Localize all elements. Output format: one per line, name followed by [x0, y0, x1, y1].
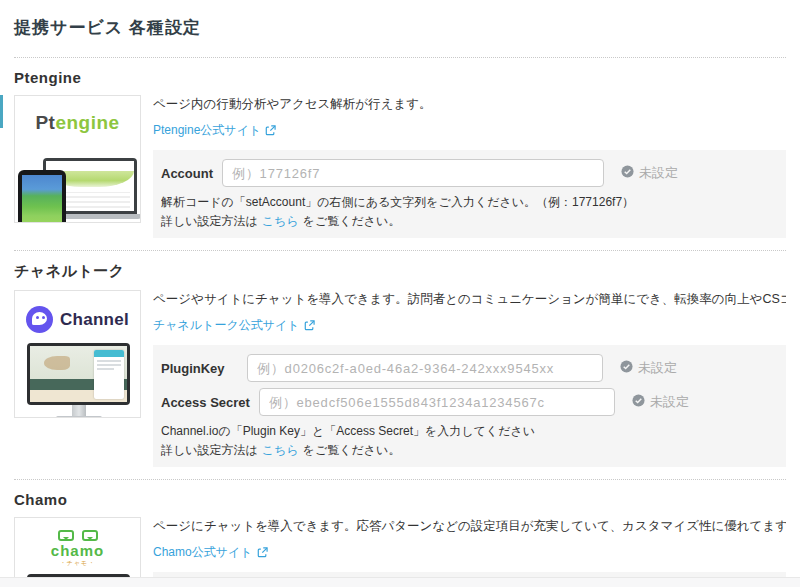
- footer-strip: [0, 577, 800, 587]
- pluginkey-input[interactable]: [247, 354, 603, 382]
- field-row-access-secret: Access Secret 未設定: [161, 388, 778, 416]
- chat-widget-graphic: [94, 350, 124, 399]
- external-link-icon: [265, 125, 276, 136]
- chamo-logo-bubbles-icon: [15, 530, 140, 541]
- section-heading-channel: チャネルトーク: [14, 262, 786, 281]
- official-site-link[interactable]: Ptengine公式サイト: [153, 122, 276, 139]
- guide-suffix: をご覧ください。: [303, 443, 401, 457]
- channel-logo-icon: [26, 306, 53, 333]
- chamo-logo: chamo ・チャモ・: [15, 530, 140, 566]
- official-site-link-label: Chamo公式サイト: [153, 544, 253, 561]
- official-site-link-label: Ptengine公式サイト: [153, 122, 261, 139]
- section-heading-ptengine: Ptengine: [14, 69, 786, 86]
- field-row-pluginkey: PluginKey 未設定: [161, 354, 778, 382]
- settings-panel: Account 未設定 解析コードの「setAccount」の右側にある文字列を…: [153, 150, 786, 238]
- ptengine-logo-dark: Pt: [35, 112, 55, 133]
- ptengine-logo-green: engine: [55, 112, 119, 133]
- access-secret-label: Access Secret: [161, 395, 250, 410]
- monitor-mockup: [27, 343, 130, 418]
- section-ptengine: Ptengine Ptengine ページ内の行動分析やアクセス解析が行えます。: [14, 58, 786, 250]
- monitor-screen: [30, 346, 127, 402]
- status-badge: 未設定: [632, 393, 689, 411]
- status-badge: 未設定: [620, 359, 677, 377]
- page-title: 提携サービス 各種設定: [14, 0, 786, 58]
- guide-link[interactable]: こちら: [262, 443, 299, 457]
- status-label: 未設定: [638, 359, 677, 377]
- section-heading-chamo: Chamo: [14, 491, 786, 508]
- guide-prefix: 詳しい設定方法は: [161, 443, 258, 457]
- access-secret-input[interactable]: [259, 388, 615, 416]
- account-label: Account: [161, 166, 213, 181]
- external-link-icon: [257, 547, 268, 558]
- service-description: ページ内の行動分析やアクセス解析が行えます。: [153, 96, 786, 113]
- channel-thumbnail: Channel: [14, 290, 141, 418]
- status-label: 未設定: [650, 393, 689, 411]
- chamo-logo-sub: ・チャモ・: [15, 560, 140, 566]
- status-badge: 未設定: [621, 164, 678, 182]
- account-input[interactable]: [222, 159, 604, 187]
- monitor-stand: [72, 405, 86, 416]
- guide-line: 詳しい設定方法はこちらをご覧ください。: [161, 441, 778, 460]
- chat-widget-header: [94, 350, 124, 357]
- ptengine-thumbnail: Ptengine: [14, 95, 141, 223]
- settings-page: 提携サービス 各種設定 Ptengine Ptengine ページ内の行動分析や…: [0, 0, 800, 587]
- monitor-frame: [27, 343, 130, 405]
- section-chamo: Chamo chamo ・チャモ・: [14, 479, 786, 587]
- service-description: ページやサイトにチャットを導入できます。訪問者とのコミュニケーションが簡単にでき…: [153, 291, 786, 308]
- guide-link[interactable]: こちら: [262, 214, 299, 228]
- guide-suffix: をご覧ください。: [303, 214, 401, 228]
- monitor-foot: [56, 416, 102, 418]
- check-circle-icon: [620, 360, 633, 376]
- settings-panel: PluginKey 未設定 Access Secret 未設定: [153, 345, 786, 467]
- yoga-person-graphic: [44, 356, 70, 370]
- check-circle-icon: [632, 394, 645, 410]
- section-channel-talk: チャネルトーク Channel: [14, 250, 786, 479]
- status-label: 未設定: [639, 164, 678, 182]
- setting-note: 解析コードの「setAccount」の右側にある文字列をご入力ください。（例：1…: [161, 193, 778, 212]
- guide-prefix: 詳しい設定方法は: [161, 214, 258, 228]
- service-description: ページにチャットを導入できます。応答パターンなどの設定項目が充実していて、カスタ…: [153, 518, 786, 535]
- field-row-account: Account 未設定: [161, 159, 778, 187]
- heatmap-graphic: [22, 175, 62, 223]
- official-site-link[interactable]: Chamo公式サイト: [153, 544, 268, 561]
- channel-logo-word: Channel: [60, 310, 129, 330]
- official-site-link-label: チャネルトーク公式サイト: [153, 317, 300, 334]
- setting-note: Channel.ioの「Plugin Key」と「Access Secret」を…: [161, 422, 778, 441]
- scrollbar-fragment: [0, 95, 3, 128]
- external-link-icon: [304, 320, 315, 331]
- official-site-link[interactable]: チャネルトーク公式サイト: [153, 317, 315, 334]
- pluginkey-label: PluginKey: [161, 361, 238, 376]
- guide-line: 詳しい設定方法はこちらをご覧ください。: [161, 212, 778, 231]
- ptengine-logo: Ptengine: [15, 112, 140, 134]
- chamo-logo-word: chamo: [15, 543, 140, 558]
- check-circle-icon: [621, 165, 634, 181]
- tablet-mockup: [18, 170, 66, 223]
- channel-logo: Channel: [15, 306, 140, 333]
